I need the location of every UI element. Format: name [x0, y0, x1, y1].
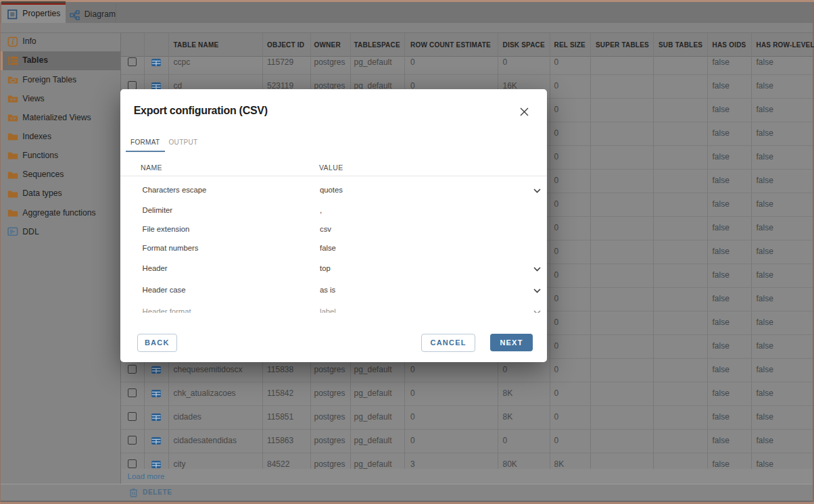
- svg-text:i: i: [11, 38, 14, 46]
